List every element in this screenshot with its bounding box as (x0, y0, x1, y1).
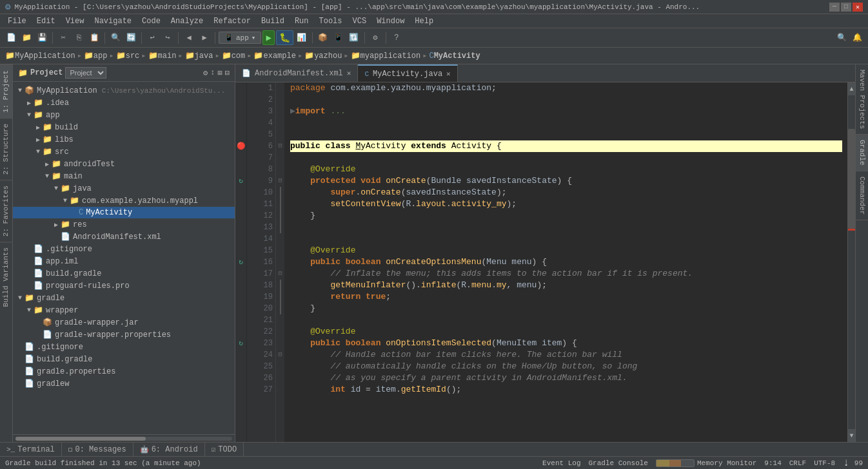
tb-notifications[interactable]: 🔔 (850, 31, 864, 45)
status-indent[interactable]: ⭣ 99 (843, 459, 863, 467)
tb-new[interactable]: 📄 (4, 31, 18, 45)
maximize-button[interactable]: □ (841, 3, 851, 12)
tb-sync[interactable]: 🔃 (347, 31, 361, 45)
tree-item-src[interactable]: ▼ 📁 src (13, 146, 235, 158)
breadcrumb-java[interactable]: java (195, 52, 213, 61)
tab-favorites[interactable]: 2: Favorites (0, 180, 12, 242)
run-button[interactable]: ▶ (262, 30, 274, 45)
scroll-up-btn[interactable]: ▲ (848, 82, 855, 95)
tree-arrow-app[interactable]: ▼ (25, 111, 34, 119)
breadcrumb-yazhou[interactable]: yazhou (314, 52, 342, 61)
tab-android[interactable]: 🤖 6: Android (133, 443, 205, 456)
status-gradle-console[interactable]: Gradle Console (589, 459, 648, 467)
breadcrumb-main[interactable]: main (158, 52, 177, 61)
menu-edit[interactable]: Edit (32, 15, 61, 27)
status-charset[interactable]: UTF-8 (814, 459, 835, 467)
code-content[interactable]: package com.example.yazhou.myapplication… (285, 82, 847, 442)
tree-item-myactivity[interactable]: C MyActivity (13, 207, 235, 218)
scroll-thumb[interactable] (848, 129, 855, 229)
tree-arrow-package[interactable]: ▼ (61, 197, 70, 204)
tb-paste[interactable]: 📋 (87, 31, 101, 45)
project-view-select[interactable]: Project Android (65, 67, 106, 79)
tab-gradle[interactable]: Gradle (856, 135, 868, 171)
tb-sdk[interactable]: 📦 (316, 31, 330, 45)
close-button[interactable]: ✕ (853, 3, 863, 12)
breadcrumb-myapplication2[interactable]: myapplication (360, 52, 421, 61)
tree-item-wrapper[interactable]: ▼ 📁 wrapper (13, 304, 235, 316)
menu-view[interactable]: View (61, 15, 90, 27)
tb-back[interactable]: ◀ (182, 31, 196, 45)
tab-todo[interactable]: ☑ TODO (205, 443, 244, 456)
tb-find[interactable]: 🔍 (108, 31, 123, 45)
project-settings-icon[interactable]: ⚙ (203, 68, 208, 78)
breadcrumb-com[interactable]: com (232, 52, 246, 61)
menu-file[interactable]: File (3, 15, 32, 27)
breadcrumb-example[interactable]: example (263, 52, 295, 61)
tree-item-libs[interactable]: ▶ 📁 libs (13, 133, 235, 146)
tree-item-gitignore-root[interactable]: 📄 .gitignore (13, 341, 235, 353)
menu-build[interactable]: Build (256, 15, 290, 27)
tab-close-androidmanifest[interactable]: ✕ (347, 69, 351, 77)
project-collapse-icon[interactable]: ⊟ (225, 68, 230, 78)
tab-build-variants[interactable]: Build Variants (0, 242, 12, 312)
tree-item-gradle-dir[interactable]: ▼ 📁 gradle (13, 292, 235, 304)
tree-arrow-main[interactable]: ▼ (43, 173, 52, 180)
tree-item-build[interactable]: ▶ 📁 build (13, 121, 235, 133)
tree-arrow-res[interactable]: ▶ (52, 221, 61, 229)
status-event-log[interactable]: Event Log (542, 459, 580, 467)
breadcrumb-myactivity[interactable]: MyActivity (434, 52, 480, 61)
breadcrumb-src[interactable]: src (126, 52, 140, 61)
tree-arrow-src[interactable]: ▼ (34, 148, 43, 155)
menu-help[interactable]: Help (409, 15, 439, 27)
tb-open[interactable]: 📁 (19, 31, 34, 45)
tb-avd[interactable]: 📱 (331, 31, 346, 45)
tb-redo[interactable]: ↪ (161, 31, 175, 45)
tab-close-myactivity[interactable]: ✕ (446, 70, 451, 78)
run-config-selector[interactable]: 📱 app ▾ (219, 32, 261, 44)
tab-structure[interactable]: 2: Structure (0, 118, 12, 180)
tree-item-res[interactable]: ▶ 📁 res (13, 218, 235, 231)
status-crlf[interactable]: CRLF (789, 459, 806, 467)
tree-arrow-gradle-dir[interactable]: ▼ (15, 294, 25, 302)
tree-item-gradle-wrapper-props[interactable]: 📄 gradle-wrapper.properties (13, 329, 235, 341)
tb-cut[interactable]: ✂ (56, 31, 70, 45)
tb-copy[interactable]: ⎘ (72, 31, 86, 45)
scroll-down-btn[interactable]: ▼ (848, 429, 855, 442)
tree-item-androidtest[interactable]: ▶ 📁 androidTest (13, 158, 235, 170)
tab-terminal[interactable]: >_ Terminal (0, 443, 62, 456)
tree-item-manifest[interactable]: 📄 AndroidManifest.xml (13, 231, 235, 243)
menu-window[interactable]: Window (371, 15, 409, 27)
tab-messages[interactable]: ◻ 0: Messages (62, 443, 133, 456)
tree-item-myapplication[interactable]: ▼ 📦 MyApplication C:\Users\yazhou\Androi… (13, 84, 235, 97)
tree-item-package[interactable]: ▼ 📁 com.example.yazhou.myappl (13, 195, 235, 207)
tb-undo[interactable]: ↩ (145, 31, 159, 45)
breadcrumb-app[interactable]: app (94, 52, 108, 61)
project-expand-icon[interactable]: ⊞ (218, 68, 222, 78)
tree-item-proguard[interactable]: 📄 proguard-rules.pro (13, 280, 235, 292)
tree-arrow-java[interactable]: ▼ (52, 185, 61, 192)
tree-arrow-myapplication[interactable]: ▼ (15, 87, 25, 94)
tab-commander[interactable]: Commander (856, 171, 868, 220)
tree-arrow-androidtest[interactable]: ▶ (43, 160, 52, 168)
tb-search[interactable]: 🔍 (834, 31, 849, 45)
memory-bar[interactable] (656, 459, 695, 467)
menu-refactor[interactable]: Refactor (208, 15, 256, 27)
tree-item-app[interactable]: ▼ 📁 app (13, 109, 235, 121)
menu-tools[interactable]: Tools (314, 15, 348, 27)
tree-arrow-build[interactable]: ▶ (34, 124, 43, 131)
tb-forward[interactable]: ▶ (197, 31, 212, 45)
tree-item-app-iml[interactable]: 📄 app.iml (13, 255, 235, 267)
tree-arrow-wrapper[interactable]: ▼ (25, 307, 34, 314)
code-editor[interactable]: 🔴 ↻ ↻ ↻ 1 2 (235, 82, 855, 442)
minimize-button[interactable]: ─ (829, 3, 840, 12)
project-sort-icon[interactable]: ↕ (210, 68, 215, 78)
tree-item-gradle-properties[interactable]: 📄 gradle.properties (13, 365, 235, 378)
tree-arrow-libs[interactable]: ▶ (34, 136, 43, 144)
tab-androidmanifest[interactable]: 📄 AndroidManifest.xml ✕ (235, 64, 358, 82)
tree-item-java[interactable]: ▼ 📁 java (13, 182, 235, 195)
tree-item-gitignore-app[interactable]: 📄 .gitignore (13, 243, 235, 255)
code-scrollbar[interactable]: ▲ ▼ (847, 82, 855, 442)
menu-navigate[interactable]: Navigate (89, 15, 137, 27)
tree-item-build-gradle-root[interactable]: 📄 build.gradle (13, 353, 235, 365)
menu-vcs[interactable]: VCS (348, 15, 372, 27)
